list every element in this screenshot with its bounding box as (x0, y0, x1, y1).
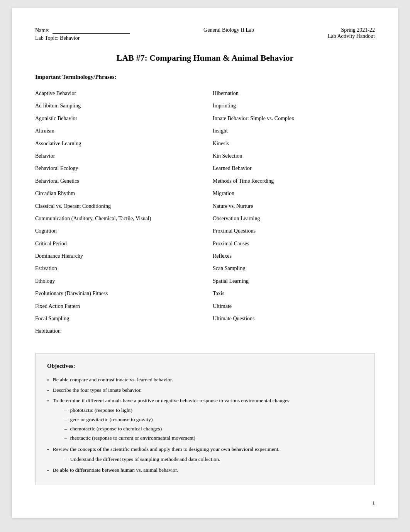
term-fixed-action-pattern: Fixed Action Pattern (35, 300, 197, 313)
term-learned-behavior: Learned Behavior (213, 162, 375, 175)
terminology-grid: Adaptive Behavior Ad libitum Sampling Ag… (35, 87, 375, 338)
sub-item-phototactic: phototactic (response to light) (64, 406, 289, 415)
page: Name: Lab Topic: Behavior General Biolog… (12, 8, 398, 518)
term-estivation: Estivation (35, 262, 197, 275)
term-reflexes: Reflexes (213, 250, 375, 262)
term-ultimate-questions: Ultimate Questions (213, 313, 375, 325)
objective-5: Be able to differentiate between human v… (47, 465, 363, 476)
term-ad-libitum: Ad libitum Sampling (35, 100, 197, 112)
center-line1: General Biology II Lab (203, 27, 254, 33)
header-right: Spring 2021-22 Lab Activity Handout (328, 27, 375, 39)
objective-1-text: Be able compare and contrast innate vs. … (53, 376, 173, 384)
term-ultimate: Ultimate (213, 300, 375, 313)
sub-item-geotactic: geo- or gravitactic (response to gravity… (64, 415, 289, 424)
term-hibernation: Hibernation (213, 87, 375, 100)
term-kinesis: Kinesis (213, 138, 375, 150)
term-behavioral-ecology: Behavioral Ecology (35, 162, 197, 175)
term-proximal-questions: Proximal Questions (213, 225, 375, 237)
header: Name: Lab Topic: Behavior General Biolog… (35, 27, 375, 41)
name-label: Name: (35, 27, 49, 34)
objective-4-text: Review the concepts of the scientific me… (53, 446, 280, 452)
term-focal-sampling: Focal Sampling (35, 313, 197, 325)
term-classical-operant: Classical vs. Operant Conditioning (35, 200, 197, 212)
terminology-header: Important Terminology/Phrases: (35, 74, 375, 80)
page-number: 1 (373, 500, 375, 506)
term-altruism: Altruism (35, 125, 197, 137)
right-line1: Spring 2021-22 (328, 27, 375, 33)
term-critical-period: Critical Period (35, 238, 197, 250)
term-observation-learning: Observation Learning (213, 212, 375, 225)
objectives-list: Be able compare and contrast innate vs. … (47, 375, 363, 476)
term-insight: Insight (213, 125, 375, 137)
terminology-section: Important Terminology/Phrases: Adaptive … (35, 74, 375, 338)
objective-4: Review the concepts of the scientific me… (47, 444, 363, 466)
objective-5-text: Be able to differentiate between human v… (53, 466, 178, 474)
sub-item-sampling: Understand the different types of sampli… (64, 455, 280, 464)
term-habituation: Habituation (35, 325, 197, 337)
name-underline (53, 27, 130, 34)
objective-3-text: To determine if different animals have a… (53, 398, 289, 403)
term-methods-time-recording: Methods of Time Recording (213, 175, 375, 187)
term-kin-selection: Kin Selection (213, 150, 375, 162)
objective-2: Describe the four types of innate behavi… (47, 385, 363, 396)
term-cognition: Cognition (35, 225, 197, 237)
objective-4-sublist: Understand the different types of sampli… (53, 455, 280, 464)
objective-3: To determine if different animals have a… (47, 396, 363, 444)
term-nature-nurture: Nature vs. Nurture (213, 200, 375, 212)
term-agonistic: Agonistic Behavior (35, 112, 197, 125)
term-migration: Migration (213, 187, 375, 200)
terminology-left-column: Adaptive Behavior Ad libitum Sampling Ag… (35, 87, 197, 338)
term-dominance-hierarchy: Dominance Hierarchy (35, 250, 197, 262)
term-taxis: Taxis (213, 287, 375, 300)
term-adaptive-behavior: Adaptive Behavior (35, 87, 197, 100)
header-center: General Biology II Lab (203, 27, 254, 33)
term-circadian-rhythm: Circadian Rhythm (35, 187, 197, 200)
term-scan-sampling: Scan Sampling (213, 262, 375, 275)
term-behavior: Behavior (35, 150, 197, 162)
term-communication: Communication (Auditory, Chemical, Tacti… (35, 212, 197, 225)
term-innate-behavior: Innate Behavior: Simple vs. Complex (213, 112, 375, 125)
objective-4-wrapper: Review the concepts of the scientific me… (53, 445, 280, 464)
objective-3-sublist: phototactic (response to light) geo- or … (53, 406, 289, 443)
term-behavioral-genetics: Behavioral Genetics (35, 175, 197, 187)
sub-item-chemotactic: chemotactic (response to chemical change… (64, 424, 289, 433)
term-spatial-learning: Spatial Learning (213, 275, 375, 287)
lab-topic: Lab Topic: Behavior (35, 35, 130, 41)
terminology-right-column: Hibernation Imprinting Innate Behavior: … (213, 87, 375, 338)
term-associative-learning: Associative Learning (35, 138, 197, 150)
term-ethology: Ethology (35, 275, 197, 287)
name-line: Name: (35, 27, 130, 34)
term-evolutionary-fitness: Evolutionary (Darwinian) Fitness (35, 287, 197, 300)
main-title: LAB #7: Comparing Human & Animal Behavio… (35, 53, 375, 63)
header-left: Name: Lab Topic: Behavior (35, 27, 130, 41)
right-line2: Lab Activity Handout (328, 33, 375, 39)
sub-item-rheotactic: rheotactic (response to current or envir… (64, 433, 289, 443)
objective-3-wrapper: To determine if different animals have a… (53, 397, 289, 443)
term-imprinting: Imprinting (213, 100, 375, 112)
objectives-title: Objectives: (47, 363, 363, 369)
objectives-box: Objectives: Be able compare and contrast… (35, 353, 375, 486)
objective-2-text: Describe the four types of innate behavi… (53, 386, 142, 394)
objective-1: Be able compare and contrast innate vs. … (47, 375, 363, 385)
term-proximal-causes: Proximal Causes (213, 238, 375, 250)
